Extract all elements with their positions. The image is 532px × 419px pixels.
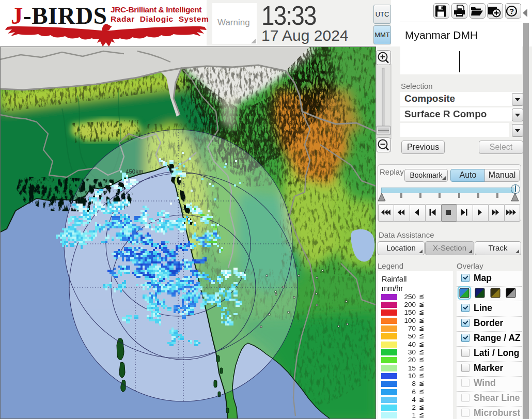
svg-text:450km: 450km <box>126 168 144 175</box>
svg-text:?: ? <box>509 7 514 15</box>
